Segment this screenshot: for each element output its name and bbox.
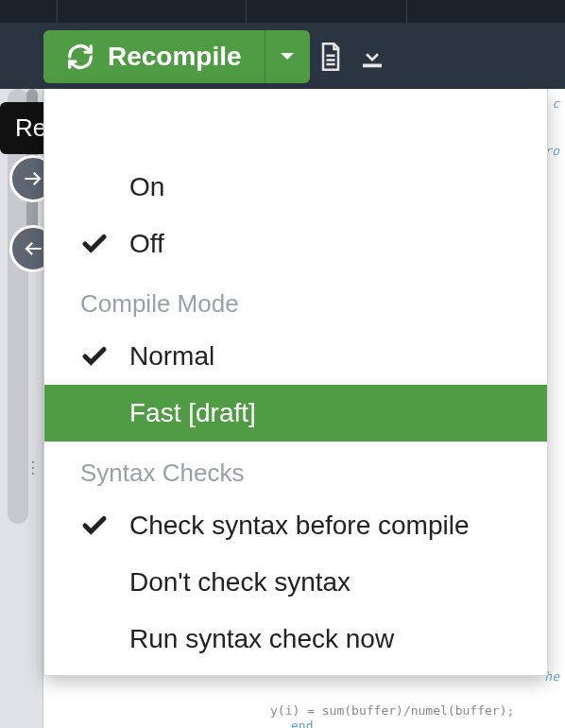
section-compile-mode: Compile Mode — [44, 272, 547, 328]
code-fragment: y(i) = sum(buffer)/numel(buffer); — [270, 703, 514, 718]
syntax-dont-check-item[interactable]: Don't check syntax — [44, 554, 547, 611]
recompile-label: Recompile — [108, 42, 242, 72]
recompile-dropdown-toggle[interactable] — [265, 30, 310, 83]
menu-item-label: Don't check syntax — [129, 567, 547, 598]
caret-down-icon — [280, 52, 295, 61]
syntax-run-now-item[interactable]: Run syntax check now — [44, 611, 547, 667]
section-syntax-checks: Syntax Checks — [44, 442, 547, 497]
gutter-drag-handle[interactable]: ··· — [30, 458, 36, 475]
recompile-button-group: Recompile — [43, 30, 393, 83]
refresh-icon — [66, 43, 94, 71]
compile-mode-fast-item[interactable]: Fast [draft] — [44, 385, 547, 442]
menu-item-label: Check syntax before compile — [129, 511, 547, 541]
menu-item-label: Fast [draft] — [129, 398, 547, 428]
svg-rect-0 — [363, 64, 382, 68]
arrow-left-icon — [21, 236, 45, 261]
file-icon — [317, 42, 344, 72]
gutter-track — [8, 89, 28, 524]
check-icon — [80, 511, 129, 540]
download-icon — [358, 43, 386, 71]
autocompile-on-item[interactable]: On — [44, 159, 547, 216]
top-toolbar — [0, 0, 565, 23]
menu-item-label: Off — [129, 229, 547, 259]
recompile-dropdown-menu: On Off Compile Mode Normal Fast [draft] … — [43, 89, 548, 676]
autocompile-off-item[interactable]: Off — [44, 216, 547, 272]
toolbar-divider — [246, 0, 247, 23]
code-fragment: end — [291, 719, 313, 728]
compile-mode-normal-item[interactable]: Normal — [44, 328, 547, 385]
download-pdf-button[interactable] — [351, 30, 393, 83]
menu-item-label: Normal — [129, 341, 547, 372]
check-icon — [80, 230, 129, 258]
toolbar-divider — [57, 0, 58, 23]
toolbar-divider — [406, 0, 407, 23]
arrow-right-icon — [21, 166, 45, 191]
check-icon — [80, 342, 129, 371]
syntax-check-before-item[interactable]: Check syntax before compile — [44, 497, 547, 554]
menu-item-label: Run syntax check now — [129, 624, 547, 654]
view-logs-button[interactable] — [310, 30, 351, 83]
recompile-button[interactable]: Recompile — [43, 30, 265, 83]
menu-item-label: On — [129, 172, 547, 202]
